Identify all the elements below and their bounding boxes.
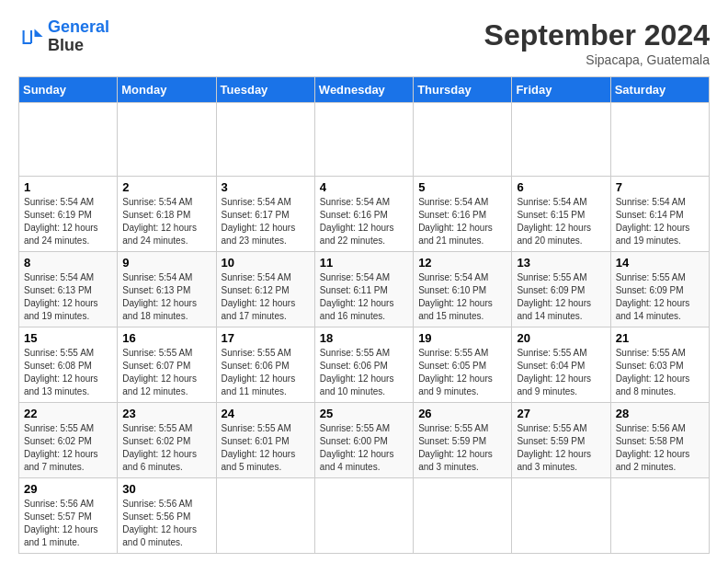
day-number: 22 (24, 407, 112, 420)
header-wednesday: Wednesday (314, 77, 413, 103)
day-number: 28 (616, 407, 704, 420)
day-number: 3 (222, 180, 310, 194)
day-info: Sunrise: 5:54 AM Sunset: 6:12 PM Dayligh… (222, 271, 310, 323)
day-number: 6 (517, 180, 605, 194)
calendar-cell: 16Sunrise: 5:55 AM Sunset: 6:07 PM Dayli… (118, 327, 216, 403)
title-block: September 2024 Sipacapa, Guatemala (484, 18, 710, 67)
calendar-week-row: 8Sunrise: 5:54 AM Sunset: 6:13 PM Daylig… (19, 252, 710, 327)
calendar-cell: 11Sunrise: 5:54 AM Sunset: 6:11 PM Dayli… (314, 252, 413, 327)
day-number: 27 (517, 407, 605, 420)
day-number: 26 (418, 407, 506, 420)
calendar-cell (118, 103, 216, 177)
day-number: 13 (517, 256, 605, 270)
day-number: 10 (222, 256, 310, 270)
day-number: 5 (418, 180, 506, 194)
day-info: Sunrise: 5:55 AM Sunset: 6:04 PM Dayligh… (517, 347, 605, 398)
calendar-cell (19, 103, 118, 177)
calendar-cell: 13Sunrise: 5:55 AM Sunset: 6:09 PM Dayli… (512, 252, 610, 327)
day-number: 16 (122, 331, 210, 345)
day-number: 7 (616, 180, 704, 194)
calendar-cell: 18Sunrise: 5:55 AM Sunset: 6:06 PM Dayli… (314, 327, 413, 403)
calendar-cell (610, 103, 709, 177)
day-number: 25 (320, 407, 408, 420)
calendar-cell: 7Sunrise: 5:54 AM Sunset: 6:14 PM Daylig… (610, 177, 709, 252)
calendar-week-row: 29Sunrise: 5:56 AM Sunset: 5:57 PM Dayli… (19, 478, 710, 554)
day-number: 4 (320, 180, 408, 194)
day-number: 8 (24, 256, 112, 270)
day-info: Sunrise: 5:54 AM Sunset: 6:10 PM Dayligh… (418, 271, 506, 323)
calendar-cell: 30Sunrise: 5:56 AM Sunset: 5:56 PM Dayli… (118, 478, 216, 554)
page-header: GeneralBlue September 2024 Sipacapa, Gua… (18, 18, 710, 67)
day-info: Sunrise: 5:54 AM Sunset: 6:17 PM Dayligh… (222, 196, 310, 247)
day-info: Sunrise: 5:54 AM Sunset: 6:16 PM Dayligh… (320, 196, 408, 247)
day-info: Sunrise: 5:54 AM Sunset: 6:15 PM Dayligh… (517, 196, 605, 247)
calendar-cell: 15Sunrise: 5:55 AM Sunset: 6:08 PM Dayli… (19, 327, 118, 403)
day-info: Sunrise: 5:55 AM Sunset: 6:05 PM Dayligh… (418, 347, 506, 398)
calendar-cell: 17Sunrise: 5:55 AM Sunset: 6:06 PM Dayli… (216, 327, 314, 403)
day-number: 19 (418, 331, 506, 345)
calendar-cell: 1Sunrise: 5:54 AM Sunset: 6:19 PM Daylig… (19, 177, 118, 252)
calendar-cell: 2Sunrise: 5:54 AM Sunset: 6:18 PM Daylig… (118, 177, 216, 252)
day-number: 15 (24, 331, 112, 345)
calendar-cell (414, 478, 512, 554)
calendar-cell: 24Sunrise: 5:55 AM Sunset: 6:01 PM Dayli… (216, 403, 314, 478)
calendar-cell: 8Sunrise: 5:54 AM Sunset: 6:13 PM Daylig… (19, 252, 118, 327)
header-thursday: Thursday (414, 77, 512, 103)
calendar-cell: 29Sunrise: 5:56 AM Sunset: 5:57 PM Dayli… (19, 478, 118, 554)
day-number: 14 (616, 256, 704, 270)
day-number: 2 (122, 180, 210, 194)
day-number: 24 (222, 407, 310, 420)
day-info: Sunrise: 5:55 AM Sunset: 6:07 PM Dayligh… (122, 347, 210, 398)
calendar-cell: 5Sunrise: 5:54 AM Sunset: 6:16 PM Daylig… (414, 177, 512, 252)
day-info: Sunrise: 5:56 AM Sunset: 5:56 PM Dayligh… (122, 498, 210, 549)
calendar-table: Sunday Monday Tuesday Wednesday Thursday… (18, 76, 710, 554)
day-number: 29 (24, 482, 112, 496)
calendar-cell: 26Sunrise: 5:55 AM Sunset: 5:59 PM Dayli… (414, 403, 512, 478)
calendar-cell (414, 103, 512, 177)
logo-icon (18, 24, 44, 50)
calendar-cell (216, 103, 314, 177)
day-info: Sunrise: 5:55 AM Sunset: 5:59 PM Dayligh… (418, 422, 506, 474)
header-friday: Friday (512, 77, 610, 103)
day-info: Sunrise: 5:55 AM Sunset: 6:00 PM Dayligh… (320, 422, 408, 474)
calendar-cell (512, 103, 610, 177)
day-number: 23 (122, 407, 210, 420)
header-sunday: Sunday (19, 77, 118, 103)
day-number: 21 (616, 331, 704, 345)
header-saturday: Saturday (610, 77, 709, 103)
day-info: Sunrise: 5:54 AM Sunset: 6:19 PM Dayligh… (24, 196, 112, 247)
day-number: 1 (24, 180, 112, 194)
day-info: Sunrise: 5:55 AM Sunset: 6:02 PM Dayligh… (24, 422, 112, 474)
calendar-cell: 14Sunrise: 5:55 AM Sunset: 6:09 PM Dayli… (610, 252, 709, 327)
day-number: 30 (122, 482, 210, 496)
day-info: Sunrise: 5:55 AM Sunset: 6:03 PM Dayligh… (616, 347, 704, 398)
calendar-cell: 21Sunrise: 5:55 AM Sunset: 6:03 PM Dayli… (610, 327, 709, 403)
calendar-cell: 27Sunrise: 5:55 AM Sunset: 5:59 PM Dayli… (512, 403, 610, 478)
day-info: Sunrise: 5:55 AM Sunset: 6:06 PM Dayligh… (320, 347, 408, 398)
location: Sipacapa, Guatemala (484, 52, 710, 67)
day-info: Sunrise: 5:55 AM Sunset: 6:06 PM Dayligh… (222, 347, 310, 398)
logo: GeneralBlue (18, 18, 109, 55)
calendar-cell: 22Sunrise: 5:55 AM Sunset: 6:02 PM Dayli… (19, 403, 118, 478)
day-number: 9 (122, 256, 210, 270)
calendar-cell (512, 478, 610, 554)
day-number: 20 (517, 331, 605, 345)
calendar-week-row: 22Sunrise: 5:55 AM Sunset: 6:02 PM Dayli… (19, 403, 710, 478)
day-number: 18 (320, 331, 408, 345)
day-info: Sunrise: 5:56 AM Sunset: 5:57 PM Dayligh… (24, 498, 112, 549)
day-info: Sunrise: 5:55 AM Sunset: 5:59 PM Dayligh… (517, 422, 605, 474)
calendar-header-row: Sunday Monday Tuesday Wednesday Thursday… (19, 77, 710, 103)
calendar-cell (314, 103, 413, 177)
calendar-cell: 6Sunrise: 5:54 AM Sunset: 6:15 PM Daylig… (512, 177, 610, 252)
calendar-cell (314, 478, 413, 554)
calendar-cell: 10Sunrise: 5:54 AM Sunset: 6:12 PM Dayli… (216, 252, 314, 327)
calendar-cell: 4Sunrise: 5:54 AM Sunset: 6:16 PM Daylig… (314, 177, 413, 252)
day-info: Sunrise: 5:55 AM Sunset: 6:09 PM Dayligh… (517, 271, 605, 323)
day-info: Sunrise: 5:54 AM Sunset: 6:11 PM Dayligh… (320, 271, 408, 323)
month-title: September 2024 (484, 18, 710, 52)
calendar-cell: 28Sunrise: 5:56 AM Sunset: 5:58 PM Dayli… (610, 403, 709, 478)
day-info: Sunrise: 5:55 AM Sunset: 6:02 PM Dayligh… (122, 422, 210, 474)
logo-text: GeneralBlue (48, 18, 109, 55)
day-number: 11 (320, 256, 408, 270)
calendar-cell: 19Sunrise: 5:55 AM Sunset: 6:05 PM Dayli… (414, 327, 512, 403)
